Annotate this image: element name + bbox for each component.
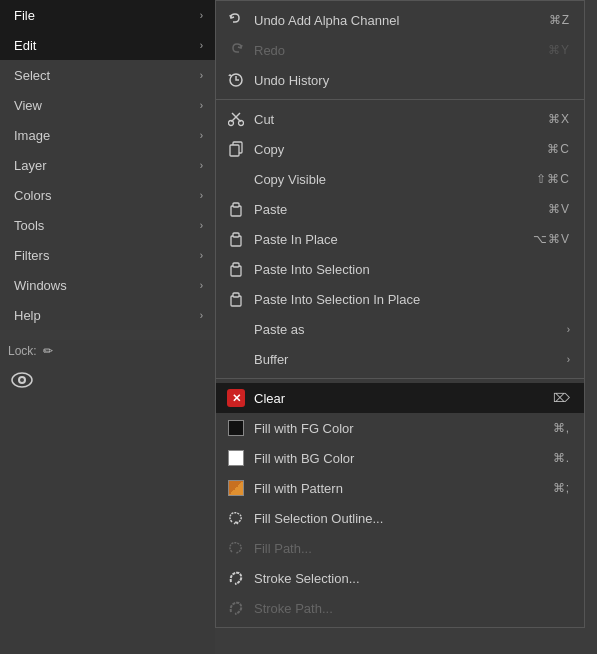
paste-into-selection-in-place-icon [226, 289, 246, 309]
menu-item-fill-path[interactable]: Fill Path... [216, 533, 584, 563]
filters-label: Filters [14, 248, 49, 263]
colors-label: Colors [14, 188, 52, 203]
menu-item-copy[interactable]: Copy ⌘C [216, 134, 584, 164]
image-chevron: › [200, 130, 203, 141]
stroke-path-label: Stroke Path... [254, 601, 550, 616]
undo-icon [226, 10, 246, 30]
edit-dropdown-menu: Undo Add Alpha Channel ⌘Z Redo ⌘Y [215, 0, 585, 628]
sidebar-item-select[interactable]: Select › [0, 60, 215, 90]
redo-icon [226, 40, 246, 60]
sidebar-item-view[interactable]: View › [0, 90, 215, 120]
menu-item-fill-selection-outline[interactable]: Fill Selection Outline... [216, 503, 584, 533]
sidebar-item-layer[interactable]: Layer › [0, 150, 215, 180]
pencil-icon: ✏ [43, 344, 53, 358]
menu-item-paste[interactable]: Paste ⌘V [216, 194, 584, 224]
stroke-selection-label: Stroke Selection... [254, 571, 550, 586]
menu-item-fill-pattern[interactable]: Fill with Pattern ⌘; [216, 473, 584, 503]
menu-item-copy-visible[interactable]: Copy Visible ⇧⌘C [216, 164, 584, 194]
paste-icon [226, 199, 246, 219]
undo-add-alpha-shortcut: ⌘Z [549, 13, 570, 27]
fill-pattern-label: Fill with Pattern [254, 481, 533, 496]
menu-item-stroke-path[interactable]: Stroke Path... [216, 593, 584, 623]
file-chevron: › [200, 10, 203, 21]
svg-rect-11 [230, 145, 239, 156]
fill-selection-outline-icon [226, 508, 246, 528]
sidebar-menu: File › Edit › Select › View › Image › La… [0, 0, 215, 330]
sidebar-item-filters[interactable]: Filters › [0, 240, 215, 270]
file-label: File [14, 8, 35, 23]
cut-label: Cut [254, 112, 528, 127]
fill-path-label: Fill Path... [254, 541, 550, 556]
menu-item-buffer[interactable]: Buffer › [216, 344, 584, 374]
svg-rect-17 [233, 263, 239, 267]
help-chevron: › [200, 310, 203, 321]
fill-bg-label: Fill with BG Color [254, 451, 533, 466]
paste-into-selection-icon [226, 259, 246, 279]
paste-label: Paste [254, 202, 528, 217]
layer-label: Layer [14, 158, 47, 173]
menu-item-redo[interactable]: Redo ⌘Y [216, 35, 584, 65]
clear-shortcut: ⌦ [553, 391, 570, 405]
sidebar-item-image[interactable]: Image › [0, 120, 215, 150]
sidebar-item-tools[interactable]: Tools › [0, 210, 215, 240]
sidebar-item-colors[interactable]: Colors › [0, 180, 215, 210]
copy-visible-label: Copy Visible [254, 172, 516, 187]
image-label: Image [14, 128, 50, 143]
paste-shortcut: ⌘V [548, 202, 570, 216]
menu-item-clear[interactable]: ✕ Clear ⌦ [216, 383, 584, 413]
history-icon [226, 70, 246, 90]
paste-as-label: Paste as [254, 322, 557, 337]
fill-fg-icon [226, 418, 246, 438]
copy-visible-shortcut: ⇧⌘C [536, 172, 570, 186]
menu-item-undo-add-alpha[interactable]: Undo Add Alpha Channel ⌘Z [216, 5, 584, 35]
select-label: Select [14, 68, 50, 83]
menu-item-paste-into-selection[interactable]: Paste Into Selection [216, 254, 584, 284]
menu-item-paste-into-selection-in-place[interactable]: Paste Into Selection In Place [216, 284, 584, 314]
paste-in-place-icon [226, 229, 246, 249]
app-window: Lock: ✏ File › Edit › Select › View › [0, 0, 597, 654]
fill-fg-label: Fill with FG Color [254, 421, 533, 436]
eye-icon[interactable] [8, 366, 36, 394]
clear-icon: ✕ [226, 388, 246, 408]
menu-item-cut[interactable]: Cut ⌘X [216, 104, 584, 134]
view-label: View [14, 98, 42, 113]
buffer-chevron: › [567, 354, 570, 365]
tools-label: Tools [14, 218, 44, 233]
sidebar-item-file[interactable]: File › [0, 0, 215, 30]
help-label: Help [14, 308, 41, 323]
redo-label: Redo [254, 43, 528, 58]
menu-item-fill-fg[interactable]: Fill with FG Color ⌘, [216, 413, 584, 443]
sidebar-item-help[interactable]: Help › [0, 300, 215, 330]
menu-item-paste-as[interactable]: Paste as › [216, 314, 584, 344]
paste-in-place-shortcut: ⌥⌘V [533, 232, 570, 246]
undo-history-label: Undo History [254, 73, 550, 88]
paste-as-icon [226, 319, 246, 339]
paste-into-selection-label: Paste Into Selection [254, 262, 550, 277]
fill-bg-icon [226, 448, 246, 468]
divider-1 [216, 99, 584, 100]
clear-label: Clear [254, 391, 533, 406]
copy-label: Copy [254, 142, 527, 157]
undo-add-alpha-label: Undo Add Alpha Channel [254, 13, 529, 28]
menu-item-undo-history[interactable]: Undo History [216, 65, 584, 95]
eye-svg [10, 371, 34, 389]
view-chevron: › [200, 100, 203, 111]
sidebar-item-windows[interactable]: Windows › [0, 270, 215, 300]
layer-chevron: › [200, 160, 203, 171]
svg-rect-15 [233, 233, 239, 237]
menu-item-fill-bg[interactable]: Fill with BG Color ⌘. [216, 443, 584, 473]
windows-label: Windows [14, 278, 67, 293]
colors-chevron: › [200, 190, 203, 201]
paste-into-selection-in-place-label: Paste Into Selection In Place [254, 292, 550, 307]
edit-label: Edit [14, 38, 36, 53]
paste-as-chevron: › [567, 324, 570, 335]
fill-selection-outline-label: Fill Selection Outline... [254, 511, 550, 526]
buffer-icon [226, 349, 246, 369]
windows-chevron: › [200, 280, 203, 291]
menu-item-paste-in-place[interactable]: Paste In Place ⌥⌘V [216, 224, 584, 254]
sidebar-item-edit[interactable]: Edit › [0, 30, 215, 60]
fill-pattern-icon [226, 478, 246, 498]
menu-item-stroke-selection[interactable]: Stroke Selection... [216, 563, 584, 593]
cut-shortcut: ⌘X [548, 112, 570, 126]
svg-rect-19 [233, 293, 239, 297]
